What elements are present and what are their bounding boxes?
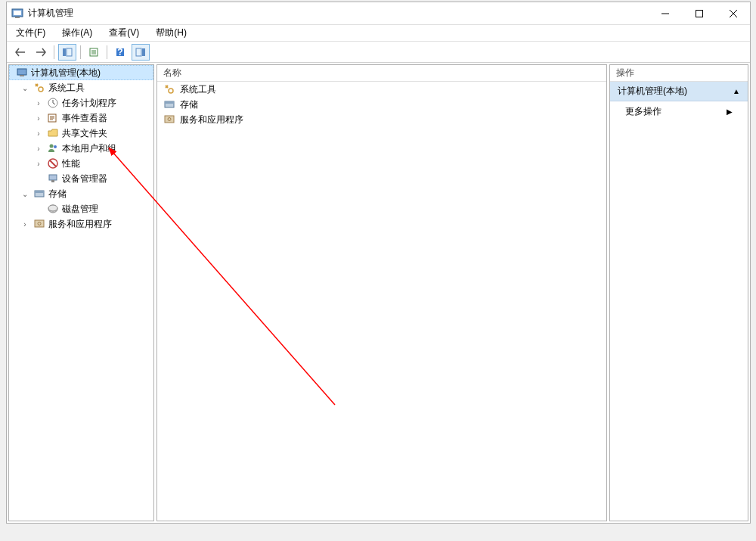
- window-title: 计算机管理: [28, 7, 648, 20]
- tree-label: 本地用户和组: [62, 142, 116, 155]
- tree-system-tools[interactable]: ⌄ 系统工具: [9, 80, 153, 95]
- svg-rect-23: [51, 180, 54, 182]
- tree-label: 共享文件夹: [62, 127, 107, 140]
- content-area: 计算机管理(本地) ⌄ 系统工具 › 任务计划程序 › 事件查看器 › 共享文件…: [7, 63, 750, 523]
- properties-button[interactable]: [85, 44, 103, 61]
- list-item-services[interactable]: 服务和应用程序: [157, 112, 606, 127]
- event-log-icon: [47, 112, 59, 124]
- list-item-label: 存储: [180, 98, 198, 111]
- clock-icon: [47, 97, 59, 109]
- tree-label: 服务和应用程序: [48, 218, 112, 231]
- submenu-arrow-icon: ▶: [727, 107, 733, 116]
- svg-text:?: ?: [117, 47, 122, 58]
- svg-rect-7: [63, 48, 66, 56]
- maximize-button[interactable]: [682, 2, 716, 25]
- svg-rect-2: [15, 17, 20, 18]
- svg-point-19: [50, 145, 54, 148]
- services-icon: [163, 113, 175, 126]
- tree-storage[interactable]: ⌄ 存储: [9, 186, 153, 201]
- svg-rect-1: [14, 11, 21, 15]
- svg-rect-8: [67, 48, 72, 56]
- forward-button[interactable]: [32, 44, 50, 61]
- expander-open-icon[interactable]: ⌄: [20, 188, 30, 199]
- tree-shared-folders[interactable]: › 共享文件夹: [9, 126, 153, 141]
- storage-icon: [163, 98, 175, 110]
- actions-header: 操作: [610, 65, 748, 82]
- tree-label: 系统工具: [48, 82, 85, 95]
- menubar: 文件(F) 操作(A) 查看(V) 帮助(H): [7, 25, 750, 42]
- tree-root-computer-management[interactable]: 计算机管理(本地): [9, 65, 153, 80]
- expander-closed-icon[interactable]: ›: [20, 219, 30, 229]
- expander-closed-icon[interactable]: ›: [33, 143, 44, 154]
- tree-label: 计算机管理(本地): [31, 67, 101, 79]
- svg-rect-33: [165, 116, 174, 123]
- svg-rect-22: [49, 175, 57, 180]
- action-group-title[interactable]: 计算机管理(本地) ▲: [610, 82, 748, 101]
- services-icon: [33, 218, 45, 230]
- toolbar: ?: [7, 42, 750, 63]
- toolbar-separator: [107, 45, 107, 59]
- tree-disk-management[interactable]: › 磁盘管理: [9, 201, 153, 216]
- list-item-storage[interactable]: 存储: [157, 97, 606, 112]
- expander-closed-icon[interactable]: ›: [33, 113, 44, 123]
- svg-rect-28: [35, 220, 44, 227]
- toolbar-separator: [54, 45, 54, 59]
- menu-file[interactable]: 文件(F): [13, 25, 48, 41]
- shared-folder-icon: [47, 127, 59, 139]
- svg-rect-13: [142, 48, 145, 56]
- tree-device-manager[interactable]: › 设备管理器: [9, 171, 153, 186]
- expander-closed-icon[interactable]: ›: [33, 98, 44, 108]
- back-button[interactable]: [11, 44, 29, 61]
- titlebar: 计算机管理: [7, 2, 750, 25]
- actions-panel: 操作 计算机管理(本地) ▲ 更多操作 ▶: [609, 64, 748, 521]
- storage-icon: [33, 188, 45, 200]
- expander-closed-icon[interactable]: ›: [33, 158, 44, 169]
- svg-rect-25: [35, 191, 44, 193]
- help-button[interactable]: ?: [111, 44, 129, 61]
- tree-label: 任务计划程序: [62, 97, 116, 110]
- svg-point-20: [54, 145, 57, 148]
- show-actions-button[interactable]: [132, 44, 150, 61]
- expander-closed-icon[interactable]: ›: [33, 128, 44, 138]
- tree-panel[interactable]: 计算机管理(本地) ⌄ 系统工具 › 任务计划程序 › 事件查看器 › 共享文件…: [8, 64, 154, 521]
- menu-help[interactable]: 帮助(H): [153, 25, 190, 41]
- disk-icon: [47, 203, 59, 215]
- svg-point-27: [48, 205, 57, 211]
- svg-point-16: [39, 87, 43, 92]
- svg-rect-14: [17, 69, 26, 75]
- list-item-label: 系统工具: [180, 83, 216, 96]
- list-item-system-tools[interactable]: 系统工具: [157, 82, 606, 97]
- tree-task-scheduler[interactable]: › 任务计划程序: [9, 95, 153, 110]
- computer-icon: [16, 67, 28, 79]
- minimize-button[interactable]: [648, 2, 682, 25]
- tree-performance[interactable]: › 性能: [9, 156, 153, 171]
- svg-rect-15: [20, 75, 24, 76]
- list-item-label: 服务和应用程序: [180, 113, 243, 126]
- close-button[interactable]: [716, 2, 750, 25]
- menu-view[interactable]: 查看(V): [106, 25, 142, 41]
- toolbar-separator: [80, 45, 81, 59]
- main-window: 计算机管理 文件(F) 操作(A) 查看(V) 帮助(H) ? 计算机管理(本地…: [6, 2, 751, 524]
- expander-open-icon[interactable]: ⌄: [20, 82, 30, 93]
- tree-services-apps[interactable]: › 服务和应用程序: [9, 216, 153, 232]
- menu-action[interactable]: 操作(A): [59, 25, 95, 41]
- svg-rect-12: [136, 48, 141, 56]
- tools-icon: [163, 83, 175, 95]
- show-hide-tree-button[interactable]: [58, 44, 76, 61]
- tree-event-viewer[interactable]: › 事件查看器: [9, 110, 153, 126]
- tree-label: 存储: [48, 188, 67, 201]
- tree-local-users-groups[interactable]: › 本地用户和组: [9, 141, 153, 156]
- tools-icon: [33, 82, 45, 94]
- action-group-label: 计算机管理(本地): [618, 85, 687, 98]
- list-column-name[interactable]: 名称: [157, 65, 606, 82]
- performance-icon: [47, 157, 59, 169]
- list-panel[interactable]: 名称 系统工具 存储 服务和应用程序: [156, 64, 607, 521]
- action-more-actions[interactable]: 更多操作 ▶: [610, 101, 748, 122]
- device-icon: [47, 173, 59, 185]
- action-label: 更多操作: [625, 105, 662, 118]
- tree-label: 设备管理器: [62, 173, 107, 185]
- window-controls: [648, 2, 750, 25]
- svg-rect-4: [696, 10, 702, 17]
- svg-rect-32: [165, 101, 174, 104]
- collapse-up-icon[interactable]: ▲: [733, 87, 740, 95]
